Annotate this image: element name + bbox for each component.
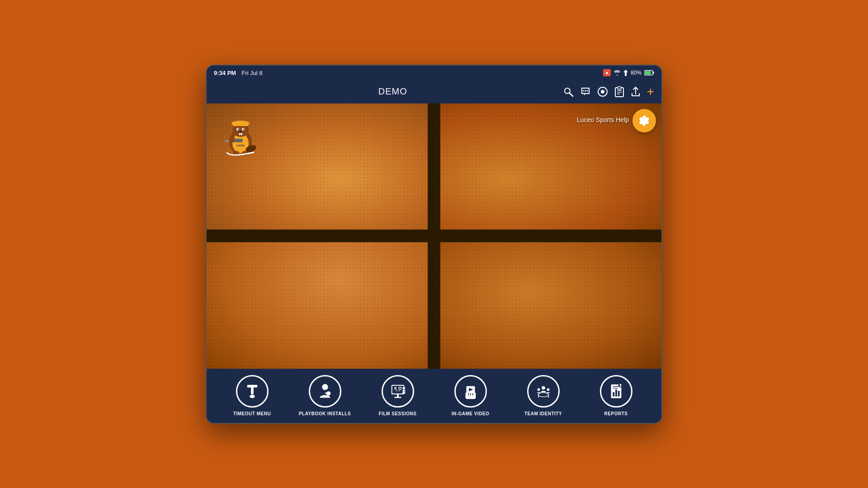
nav-icons: + (563, 85, 654, 98)
reports-circle (600, 375, 632, 408)
reports-icon (608, 383, 625, 400)
battery-percent: 80% (631, 70, 642, 76)
playbook-installs-label: PLAYBOOK INSTALLS (299, 411, 351, 416)
in-game-video-item[interactable]: IN-GAME VIDEO (434, 375, 507, 416)
main-content: LUCEO (207, 103, 661, 369)
svg-point-5 (583, 90, 584, 91)
svg-point-57 (537, 388, 540, 391)
wifi-icon (613, 70, 621, 75)
in-game-video-icon (462, 383, 479, 400)
svg-point-58 (547, 388, 549, 391)
record-icon[interactable] (597, 86, 608, 97)
basketball-seam-vertical (428, 103, 440, 369)
svg-rect-46 (397, 394, 399, 397)
share-icon[interactable] (631, 86, 641, 97)
team-identity-item[interactable]: TEAM IDENTITY (507, 375, 580, 416)
svg-point-6 (585, 90, 586, 91)
team-identity-circle (527, 375, 560, 408)
playbook-installs-circle (309, 375, 341, 408)
battery-outline-icon (644, 70, 654, 75)
add-icon[interactable]: + (647, 85, 654, 98)
reports-item[interactable]: REPORTS (580, 375, 652, 416)
timeout-menu-item[interactable]: TIMEOUT MENU (216, 375, 288, 416)
chat-icon[interactable] (580, 86, 591, 97)
svg-rect-47 (394, 397, 401, 398)
svg-rect-64 (615, 389, 617, 396)
svg-point-24 (243, 128, 245, 130)
svg-text:LUCEO: LUCEO (236, 144, 245, 147)
film-sessions-circle (382, 375, 414, 408)
svg-point-69 (619, 384, 621, 386)
battery-icon: ● (603, 69, 611, 76)
reports-label: REPORTS (604, 411, 628, 416)
svg-rect-39 (325, 393, 329, 394)
status-indicators: ● 80% (603, 69, 654, 76)
help-text: Luceo Sports Help (577, 116, 629, 123)
signal-icon (623, 70, 628, 76)
svg-rect-2 (645, 71, 651, 74)
nav-bar: DEMO (207, 80, 661, 103)
svg-rect-41 (392, 386, 403, 394)
device-frame: 9:34 PM Fri Jul 8 ● 80% (206, 65, 662, 424)
status-time: 9:34 PM (214, 70, 236, 76)
mascot-logo: LUCEO (216, 113, 265, 158)
in-game-video-circle (454, 375, 487, 408)
status-time-date: 9:34 PM Fri Jul 8 (214, 69, 263, 77)
film-sessions-item[interactable]: FILM SESSIONS (361, 375, 434, 416)
panel-bottom-left (207, 242, 428, 369)
svg-rect-27 (241, 133, 242, 135)
svg-rect-26 (239, 133, 241, 135)
status-bar: 9:34 PM Fri Jul 8 ● 80% (207, 66, 661, 80)
film-sessions-label: FILM SESSIONS (379, 411, 417, 416)
svg-point-56 (542, 386, 545, 390)
svg-point-36 (250, 395, 255, 399)
svg-line-4 (570, 93, 573, 96)
timeout-menu-label: TIMEOUT MENU (233, 411, 271, 416)
svg-rect-11 (618, 87, 621, 89)
playbook-installs-item[interactable]: PLAYBOOK INSTALLS (288, 375, 361, 416)
status-date: Fri Jul 8 (242, 70, 263, 76)
svg-point-59 (538, 393, 548, 397)
svg-point-48 (402, 387, 405, 390)
bottom-menu-bar: TIMEOUT MENU PLAYBOOK INSTALLS (207, 369, 661, 423)
svg-point-7 (586, 90, 588, 91)
svg-point-23 (238, 128, 239, 130)
playbook-installs-icon (316, 383, 334, 400)
team-identity-icon (535, 383, 552, 400)
search-icon[interactable] (563, 86, 574, 97)
team-identity-label: TEAM IDENTITY (524, 411, 562, 416)
timeout-menu-icon (244, 383, 261, 400)
mascot-container: LUCEO (216, 113, 265, 158)
svg-point-37 (322, 384, 328, 390)
app-title: DEMO (223, 86, 563, 97)
film-sessions-icon (389, 383, 406, 400)
svg-rect-35 (247, 385, 257, 388)
in-game-video-label: IN-GAME VIDEO (452, 411, 490, 416)
svg-point-25 (238, 131, 243, 133)
svg-point-9 (601, 90, 604, 94)
settings-button[interactable] (632, 109, 656, 132)
timeout-menu-circle (236, 375, 269, 408)
gear-icon (638, 114, 651, 127)
clipboard-icon[interactable] (614, 86, 624, 97)
svg-rect-20 (233, 122, 248, 126)
svg-rect-65 (618, 391, 619, 396)
svg-rect-63 (613, 392, 614, 397)
panel-bottom-right (440, 242, 661, 369)
basketball-background (207, 103, 661, 369)
svg-rect-1 (653, 71, 654, 74)
